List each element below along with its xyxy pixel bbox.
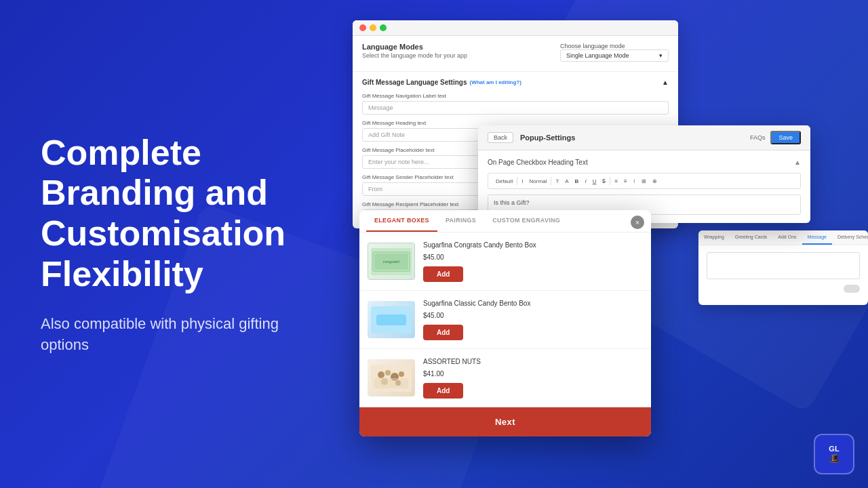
tab-elegant-boxes[interactable]: ELEGANT BOXES <box>366 210 437 232</box>
product-info: Sugarfina Congrats Candy Bento Box $45.0… <box>423 241 643 282</box>
toolbar-normal[interactable]: Normal <box>528 178 549 185</box>
popup-header-left: Back Popup-Settings <box>488 132 575 143</box>
chevron-down-icon: ▾ <box>659 52 663 59</box>
product-image: congrats! <box>368 243 415 280</box>
tab-message[interactable]: Message <box>802 230 832 245</box>
window-language-header <box>353 20 678 36</box>
save-button[interactable]: Save <box>770 131 801 144</box>
collapse-icon[interactable]: ▲ <box>662 79 669 86</box>
toolbar-align-center[interactable]: ≡ <box>622 178 629 185</box>
tab-add-ons[interactable]: Add Ons <box>772 230 802 245</box>
language-select-value: Single Language Mode <box>566 52 629 59</box>
product-info-nuts: ASSORTED NUTS $41.00 Add <box>423 357 643 399</box>
faqs-link[interactable]: FAQs <box>750 134 766 141</box>
popup-header-right: FAQs Save <box>750 131 801 144</box>
toolbar-default[interactable]: Default <box>494 178 515 185</box>
nuts-image <box>368 359 415 396</box>
tab-custom-engraving[interactable]: CUSTOM ENGRAVING <box>484 210 568 232</box>
language-mode-row: Language Modes Select the language mode … <box>362 43 669 64</box>
add-classic-button[interactable]: Add <box>423 325 463 340</box>
settings-field-1 <box>707 252 860 279</box>
tab-pairings[interactable]: PAIRINGS <box>437 210 484 232</box>
logo-icon: 🎩 <box>829 453 840 464</box>
add-nuts-button[interactable]: Add <box>423 383 463 399</box>
settings-field-2 <box>707 285 860 293</box>
window-dot-close <box>359 24 366 31</box>
editor-toolbar: Default I Normal T A B I U S̶ ≡ ≡ ⁞ ⊞ ⊕ <box>488 173 801 189</box>
product-item: Sugarfina Classic Candy Bento Box $45.00… <box>359 291 651 349</box>
bottom-logo: GL 🎩 <box>814 434 854 474</box>
window-popup-settings: Back Popup-Settings FAQs Save On Page Ch… <box>478 125 810 223</box>
svg-point-7 <box>378 371 384 378</box>
gift-settings-title: Gift Message Language Settings (What am … <box>362 79 669 86</box>
settings-toggle-row <box>707 285 860 293</box>
field-input-nav[interactable]: Message <box>362 101 669 115</box>
main-heading: Complete Branding and Customisation Flex… <box>41 133 319 295</box>
product-item: congrats! Sugarfina Congrats Candy Bento… <box>359 232 651 291</box>
toolbar-italic-i[interactable]: I <box>519 178 525 185</box>
toolbar-align-left[interactable]: ≡ <box>612 178 620 185</box>
what-editing-link[interactable]: (What am I editing?) <box>469 79 521 85</box>
toolbar-strikethrough[interactable]: S̶ <box>600 178 608 185</box>
product-price-nuts: $41.00 <box>423 370 643 378</box>
sub-heading: Also compatible with physical gifting op… <box>41 314 319 356</box>
product-info-classic: Sugarfina Classic Candy Bento Box $45.00… <box>423 299 643 340</box>
logo-text: GL <box>829 445 839 453</box>
svg-point-8 <box>385 370 391 375</box>
product-name-classic: Sugarfina Classic Candy Bento Box <box>423 299 643 308</box>
field-nav-label: Gift Message Navigation Label text Messa… <box>362 93 669 115</box>
svg-text:congrats!: congrats! <box>383 260 400 264</box>
product-name: Sugarfina Congrats Candy Bento Box <box>423 241 643 249</box>
settings-body <box>698 245 868 305</box>
product-item: ASSORTED NUTS $41.00 Add <box>359 349 651 407</box>
window-dot-minimize <box>370 24 376 31</box>
collapse-icon[interactable]: ▲ <box>794 159 801 166</box>
add-product-button[interactable]: Add <box>423 266 463 282</box>
toolbar-italic[interactable]: I <box>583 178 588 185</box>
language-mode-section: Language Modes Select the language mode … <box>353 36 678 72</box>
language-mode-subtitle: Select the language mode for your app <box>362 52 467 59</box>
popup-section-label: On Page Checkbox Heading Text <box>488 159 588 166</box>
popup-section-header: On Page Checkbox Heading Text ▲ <box>488 159 801 166</box>
language-mode-title: Language Modes <box>362 43 467 51</box>
settings-toggle[interactable] <box>844 285 860 293</box>
svg-rect-5 <box>376 314 406 325</box>
settings-tabs: Wrapping Greeting Cards Add Ons Message … <box>698 230 868 245</box>
settings-textarea-1[interactable] <box>707 252 860 279</box>
field-label-nav: Gift Message Navigation Label text <box>362 93 669 99</box>
congrats-image: congrats! <box>368 243 415 280</box>
classic-image <box>368 301 415 338</box>
close-icon: × <box>635 219 639 226</box>
language-select-box[interactable]: Single Language Mode ▾ <box>560 49 669 62</box>
popup-settings-title: Popup-Settings <box>520 134 575 142</box>
window-dot-maximize <box>380 24 387 31</box>
next-button[interactable]: Next <box>359 407 651 436</box>
window-product-popup: × ELEGANT BOXES PAIRINGS CUSTOM ENGRAVIN… <box>359 210 651 436</box>
toolbar-list[interactable]: ⁞ <box>631 178 637 185</box>
tab-greeting-cards[interactable]: Greeting Cards <box>730 230 772 245</box>
product-image-nuts <box>368 359 415 396</box>
toolbar-text-t[interactable]: T <box>553 178 561 185</box>
tab-wrapping[interactable]: Wrapping <box>698 230 730 245</box>
toolbar-bold[interactable]: B <box>573 178 581 185</box>
toolbar-separator <box>517 177 517 185</box>
left-panel: Complete Branding and Customisation Flex… <box>0 0 359 488</box>
product-footer: Next <box>359 407 651 436</box>
tab-delivery-schedule[interactable]: Delivery Schedule <box>832 230 868 245</box>
toolbar-underline[interactable]: U <box>591 178 599 185</box>
product-price-classic: $45.00 <box>423 312 643 319</box>
toolbar-more[interactable]: ⊕ <box>650 178 659 185</box>
svg-point-10 <box>399 371 404 377</box>
toolbar-color-a[interactable]: A <box>563 178 570 185</box>
back-button[interactable]: Back <box>488 132 513 143</box>
product-price: $45.00 <box>423 253 643 261</box>
product-close-button[interactable]: × <box>631 216 644 229</box>
product-list: congrats! Sugarfina Congrats Candy Bento… <box>359 232 651 407</box>
product-name-nuts: ASSORTED NUTS <box>423 357 643 366</box>
gift-settings-label: Gift Message Language Settings <box>362 79 467 86</box>
product-header: × ELEGANT BOXES PAIRINGS CUSTOM ENGRAVIN… <box>359 210 651 232</box>
product-image-classic <box>368 301 415 338</box>
toolbar-separator-3 <box>610 177 610 185</box>
toolbar-link[interactable]: ⊞ <box>639 178 648 185</box>
product-tabs: ELEGANT BOXES PAIRINGS CUSTOM ENGRAVING <box>359 210 651 232</box>
